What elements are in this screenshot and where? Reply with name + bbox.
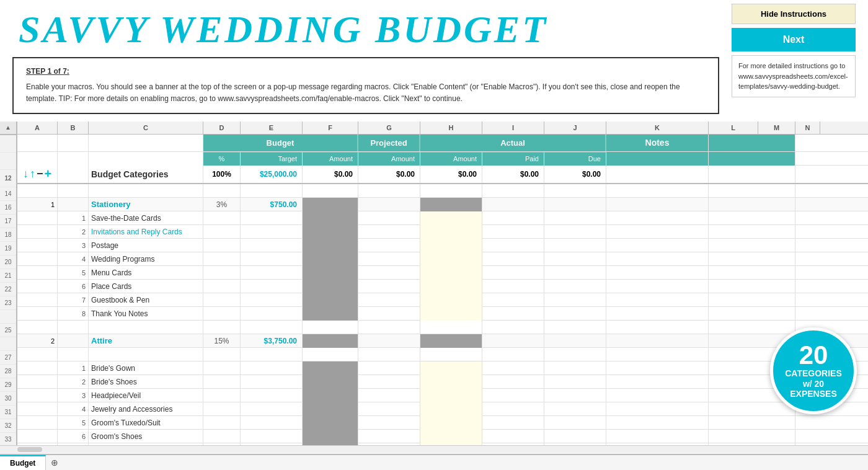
budget-tab[interactable]: Budget — [0, 455, 46, 470]
col-L: L — [709, 122, 758, 134]
spacer-26 — [17, 348, 868, 361]
plus-icon[interactable]: + — [44, 167, 51, 181]
notes-total — [606, 166, 709, 183]
col-B: B — [58, 122, 89, 134]
due-subheader: Due — [544, 152, 606, 166]
categories-badge: 20 CATEGORIES w/ 20 EXPENSES — [770, 327, 857, 414]
paid-subheader: Paid — [482, 152, 544, 166]
row-labels: ▲ 12 14 16 17 18 19 20 21 22 23 25 27 28… — [0, 122, 17, 470]
scroll-bar[interactable] — [0, 445, 868, 453]
hide-instructions-button[interactable]: Hide Instructions — [732, 4, 856, 24]
col-K: K — [606, 122, 709, 134]
target-subheader: Target — [241, 152, 303, 166]
col-D: D — [203, 122, 241, 134]
total-projected-amount: $0.00 — [358, 166, 420, 183]
col-E: E — [241, 122, 303, 134]
notes-header: Notes — [606, 135, 709, 151]
badge-expenses: EXPENSES — [790, 389, 836, 399]
total-actual-amount: $0.00 — [420, 166, 482, 183]
attire-label: Attire — [89, 334, 203, 348]
stationery-item-1: 1 Save-the-Date Cards — [17, 211, 868, 225]
budget-header: Budget — [203, 135, 358, 151]
col-F: F — [303, 122, 358, 134]
badge-w20: w/ 20 — [803, 379, 824, 389]
pct-subheader: % — [203, 152, 241, 166]
arrow-up-icon[interactable]: ↑ — [30, 167, 35, 180]
budget-categories-label: Budget Categories — [89, 166, 203, 183]
spacer-25a — [17, 321, 868, 334]
stationery-label: Stationery — [89, 198, 203, 211]
header-row-1: Budget Projected Actual Notes — [17, 135, 868, 152]
add-tab-button[interactable]: ⊕ — [46, 455, 63, 470]
stationery-item-8: 8 Thank You Notes — [17, 307, 868, 321]
total-pct: 100% — [203, 166, 241, 183]
column-headers: A B C D E F G H I J K L M N — [17, 122, 868, 135]
attire-item-2: 2 Bride's Shoes — [17, 375, 868, 389]
category-row-attire: 2 Attire 15% $3,750.00 — [17, 334, 868, 348]
col-G: G — [358, 122, 420, 134]
col-M: M — [758, 122, 795, 134]
attire-item-4: 4 Jewelry and Accessories — [17, 402, 868, 416]
bottom-bar: Budget ⊕ — [0, 445, 868, 470]
total-target: $25,000.00 — [241, 166, 303, 183]
stationery-item-3: 3 Postage — [17, 239, 868, 252]
category-row-stationery: 1 Stationery 3% $750.00 — [17, 198, 868, 211]
attire-item-1: 1 Bride's Gown — [17, 361, 868, 375]
spacer-row-14 — [17, 184, 868, 198]
page-title: SAVVY WEDDING BUDGET — [6, 4, 725, 55]
col-H: H — [420, 122, 482, 134]
sidebar-info: For more detailed instructions go to www… — [732, 55, 856, 97]
stationery-item-2: 2 Invitations and Reply Cards — [17, 225, 868, 239]
projected-amount-subheader: Amount — [358, 152, 420, 166]
col-C: C — [89, 122, 203, 134]
badge-categories: CATEGORIES — [785, 368, 842, 379]
attire-item-3: 3 Headpiece/Veil — [17, 389, 868, 402]
next-button[interactable]: Next — [732, 28, 856, 51]
actual-amount-subheader: Amount — [420, 152, 482, 166]
badge-number: 20 — [799, 342, 828, 368]
total-budget-amount: $0.00 — [303, 166, 358, 183]
instructions-text: Enable your macros. You should see a ban… — [26, 81, 706, 105]
col-N: N — [795, 122, 820, 134]
step-label: STEP 1 of 7: — [26, 66, 706, 78]
header-row-2: % Target Amount Amount Amount Paid Due — [17, 152, 868, 166]
totals-row: ↓ ↑ − + Budget Categories 100% $25,000.0… — [17, 166, 868, 184]
stationery-item-4: 4 Wedding Programs — [17, 252, 868, 266]
stationery-item-7: 7 Guestbook & Pen — [17, 293, 868, 307]
total-due: $0.00 — [544, 166, 606, 183]
col-J: J — [544, 122, 606, 134]
minus-icon[interactable]: − — [37, 167, 43, 180]
attire-item-5: 5 Groom's Tuxedo/Suit — [17, 416, 868, 430]
col-I: I — [482, 122, 544, 134]
total-paid: $0.00 — [482, 166, 544, 183]
stationery-item-6: 6 Place Cards — [17, 280, 868, 293]
stationery-item-5: 5 Menu Cards — [17, 266, 868, 280]
attire-item-6: 6 Groom's Shoes — [17, 430, 868, 443]
actual-header: Actual — [420, 135, 606, 151]
arrow-down-icon[interactable]: ↓ — [23, 167, 29, 180]
projected-header: Projected — [358, 135, 420, 151]
col-A: A — [17, 122, 58, 134]
budget-amount-subheader: Amount — [303, 152, 358, 166]
instructions-box: STEP 1 of 7: Enable your macros. You sho… — [12, 57, 719, 114]
